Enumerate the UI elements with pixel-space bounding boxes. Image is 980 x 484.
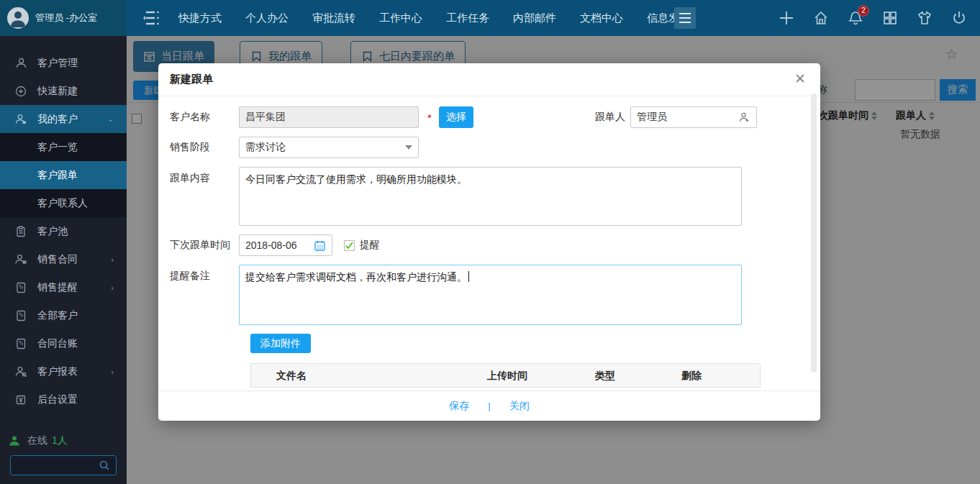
sales-stage-label: 销售阶段 bbox=[170, 141, 239, 154]
main-menu: 快捷方式 个人办公 审批流转 工作中心 工作任务 内部邮件 文档中心 信息发布 bbox=[178, 0, 690, 36]
dropdown-caret-icon bbox=[405, 145, 412, 150]
dialog-footer: 保存 | 关闭 bbox=[158, 391, 820, 421]
col-type: 类型 bbox=[595, 370, 615, 383]
remind-remark-label: 提醒备注 bbox=[170, 270, 239, 283]
user-name: 管理员 -办公室 bbox=[35, 12, 97, 24]
menu-item-approval-flow[interactable]: 审批流转 bbox=[312, 12, 355, 25]
notification-badge: 2 bbox=[858, 5, 869, 17]
sidebar-search-input[interactable] bbox=[10, 455, 117, 475]
sidebar-item-label: 合同台账 bbox=[37, 337, 78, 350]
phonebook-icon bbox=[14, 337, 27, 350]
menu-item-internal-mail[interactable]: 内部邮件 bbox=[513, 12, 556, 25]
col-delete: 删除 bbox=[681, 370, 702, 383]
chevron-right-icon: › bbox=[111, 367, 114, 376]
sidebar-item-backend-settings[interactable]: 后台设置 bbox=[0, 385, 127, 414]
add-person-icon[interactable] bbox=[738, 111, 750, 124]
sidebar-item-contract-ledger[interactable]: 合同台账 bbox=[0, 329, 127, 357]
menu-item-document-center[interactable]: 文档中心 bbox=[580, 12, 623, 25]
sidebar-item-label: 客户管理 bbox=[37, 57, 78, 70]
person-money-icon bbox=[14, 253, 27, 266]
sidebar-item-customer-reports[interactable]: 客户报表 › bbox=[0, 357, 127, 385]
next-followup-date-input[interactable]: 2018-08-06 bbox=[239, 234, 332, 256]
menu-item-shortcuts[interactable]: 快捷方式 bbox=[178, 12, 222, 25]
attachment-table-header: 文件名 上传时间 类型 删除 bbox=[250, 363, 761, 388]
home-icon[interactable] bbox=[813, 10, 829, 26]
sidebar: 客户管理 快速新建 我的客户 ⌄ 客户一览 客户跟单 客户联系人 客户池 销售合… bbox=[0, 36, 127, 484]
person-badge-icon bbox=[14, 113, 27, 126]
chevron-right-icon: › bbox=[111, 255, 114, 264]
sidebar-item-customer-management[interactable]: 客户管理 bbox=[0, 49, 127, 77]
next-followup-time-label: 下次跟单时间 bbox=[170, 239, 239, 252]
sidebar-item-customer-pool[interactable]: 客户池 bbox=[0, 217, 127, 245]
save-button[interactable]: 保存 bbox=[449, 400, 469, 413]
sidebar-item-sales-reminder[interactable]: 销售提醒 › bbox=[0, 273, 127, 301]
remind-remark-textarea[interactable]: 提交给客户需求调研文档，再次和客户进行沟通。 bbox=[239, 265, 742, 325]
plus-icon[interactable] bbox=[779, 10, 794, 26]
sidebar-item-label: 全部客户 bbox=[37, 309, 78, 322]
calendar-icon[interactable] bbox=[314, 239, 326, 252]
customer-name-label: 客户名称 bbox=[170, 111, 239, 124]
close-icon[interactable]: ✕ bbox=[794, 72, 806, 86]
sidebar-collapse-icon[interactable] bbox=[141, 9, 160, 27]
online-count: 1人 bbox=[52, 434, 68, 447]
sidebar-item-label: 销售合同 bbox=[37, 253, 78, 266]
follower-field[interactable]: 管理员 bbox=[630, 106, 757, 128]
more-menu-icon[interactable] bbox=[674, 7, 696, 29]
followup-content-label: 跟单内容 bbox=[170, 172, 239, 185]
money-box-icon bbox=[14, 393, 27, 406]
sidebar-subitem-customer-overview[interactable]: 客户一览 bbox=[0, 133, 127, 161]
top-navigation-bar: 管理员 -办公室 快捷方式 个人办公 审批流转 工作中心 工作任务 内部邮件 文… bbox=[0, 0, 980, 36]
apps-grid-icon[interactable] bbox=[882, 10, 898, 26]
chevron-right-icon: › bbox=[111, 283, 114, 292]
sidebar-subitem-customer-contacts[interactable]: 客户联系人 bbox=[0, 189, 127, 217]
sales-stage-select[interactable]: 需求讨论 bbox=[239, 137, 419, 158]
sidebar-item-label: 销售提醒 bbox=[37, 281, 78, 294]
dialog-body: 客户名称 昌平集团 * 选择 跟单人 管理员 销售阶段 需求讨论 跟单内容 今日… bbox=[158, 96, 820, 388]
menu-item-work-center[interactable]: 工作中心 bbox=[379, 12, 422, 25]
sidebar-item-all-customers[interactable]: 全部客户 bbox=[0, 301, 127, 329]
sidebar-item-sales-contract[interactable]: 销售合同 › bbox=[0, 245, 127, 273]
choose-customer-button[interactable]: 选择 bbox=[439, 106, 473, 128]
online-user-icon bbox=[9, 435, 20, 447]
online-label: 在线 bbox=[27, 434, 47, 447]
sidebar-subitem-customer-followup[interactable]: 客户跟单 bbox=[0, 161, 127, 189]
phonebook-icon bbox=[14, 309, 27, 322]
sidebar-item-label: 客户报表 bbox=[37, 365, 78, 378]
sidebar-item-quick-create[interactable]: 快速新建 bbox=[0, 77, 127, 105]
menu-item-work-tasks[interactable]: 工作任务 bbox=[446, 12, 489, 25]
remark-row: 提醒备注 提交给客户需求调研文档，再次和客户进行沟通。 bbox=[170, 265, 820, 325]
stage-row: 销售阶段 需求讨论 bbox=[170, 137, 820, 158]
dialog-header: 新建跟单 ✕ bbox=[158, 63, 820, 96]
clipboard-icon bbox=[14, 225, 27, 238]
online-status: 在线 1人 bbox=[0, 431, 127, 451]
required-mark: * bbox=[427, 111, 432, 124]
sidebar-item-label: 我的客户 bbox=[37, 113, 78, 126]
remind-label[interactable]: 提醒 bbox=[360, 239, 380, 252]
menu-item-personal-office[interactable]: 个人办公 bbox=[245, 12, 289, 25]
dialog-scrollbar[interactable] bbox=[811, 93, 817, 373]
sidebar-item-label: 客户池 bbox=[37, 225, 68, 238]
customer-row: 客户名称 昌平集团 * 选择 跟单人 管理员 bbox=[170, 106, 820, 128]
theme-shirt-icon[interactable] bbox=[917, 10, 933, 26]
next-time-row: 下次跟单时间 2018-08-06 提醒 bbox=[170, 234, 820, 256]
person-search-icon bbox=[14, 365, 27, 378]
sidebar-item-label: 客户联系人 bbox=[37, 197, 88, 210]
close-button[interactable]: 关闭 bbox=[509, 400, 530, 413]
dialog-title: 新建跟单 bbox=[170, 73, 213, 86]
power-logout-icon[interactable] bbox=[951, 10, 967, 26]
customer-name-field[interactable]: 昌平集团 bbox=[239, 106, 419, 128]
user-area[interactable]: 管理员 -办公室 bbox=[0, 0, 127, 36]
phonebook-icon bbox=[14, 281, 27, 294]
person-icon bbox=[14, 57, 27, 70]
sidebar-item-label: 快速新建 bbox=[37, 85, 78, 98]
notifications-bell-icon[interactable]: 2 bbox=[848, 10, 863, 26]
sidebar-item-label: 后台设置 bbox=[37, 393, 78, 406]
col-filename: 文件名 bbox=[276, 370, 307, 383]
content-row: 跟单内容 今日同客户交流了使用需求，明确所用功能模块。 bbox=[170, 167, 820, 226]
followup-content-textarea[interactable]: 今日同客户交流了使用需求，明确所用功能模块。 bbox=[239, 167, 742, 226]
remind-checkbox[interactable] bbox=[344, 240, 355, 251]
sidebar-item-my-customers[interactable]: 我的客户 ⌄ bbox=[0, 105, 127, 133]
add-attachment-button[interactable]: 添加附件 bbox=[250, 334, 311, 353]
col-upload-time: 上传时间 bbox=[487, 370, 527, 383]
avatar bbox=[7, 7, 29, 29]
